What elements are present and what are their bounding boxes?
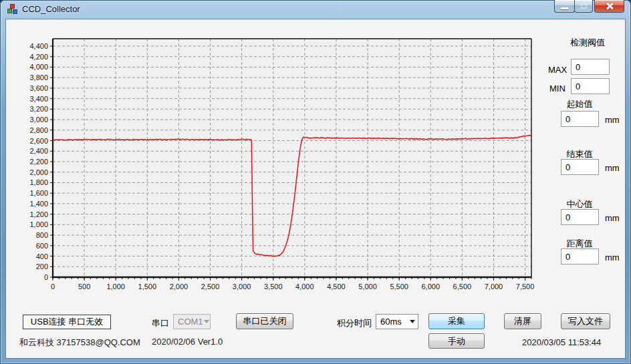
- maximize-icon: [581, 3, 587, 9]
- write-file-button[interactable]: 写入文件: [561, 313, 610, 329]
- svg-text:6,500: 6,500: [453, 283, 472, 291]
- window-title: CCD_Collector: [22, 4, 80, 14]
- serial-toggle-button[interactable]: 串口已关闭: [236, 313, 293, 329]
- svg-text:0: 0: [44, 273, 48, 281]
- svg-text:5,000: 5,000: [358, 283, 377, 291]
- svg-text:3,000: 3,000: [233, 283, 251, 291]
- manual-button[interactable]: 手动: [428, 333, 485, 349]
- integration-time-select[interactable]: 60ms: [376, 314, 418, 329]
- svg-text:1,000: 1,000: [29, 220, 48, 228]
- svg-text:2,500: 2,500: [201, 283, 220, 291]
- start-value-unit: mm: [605, 115, 620, 125]
- app-icon: [7, 4, 18, 15]
- center-value-unit: mm: [605, 213, 620, 223]
- ccd-chart: 05001,0001,5002,0002,5003,0003,5004,0004…: [6, 19, 549, 313]
- svg-text:1,400: 1,400: [29, 200, 48, 208]
- svg-text:2,400: 2,400: [29, 147, 48, 155]
- svg-text:0: 0: [51, 283, 55, 291]
- svg-text:400: 400: [36, 252, 48, 260]
- svg-text:3,000: 3,000: [29, 116, 48, 124]
- svg-text:4,000: 4,000: [29, 63, 48, 71]
- plot-area: [53, 39, 531, 277]
- client-area: 05001,0001,5002,0002,5003,0003,5004,0004…: [5, 19, 626, 359]
- app-window: CCD_Collector 05001,0001,5002,0002,5003,…: [0, 0, 631, 364]
- end-value-unit: mm: [605, 163, 620, 173]
- svg-text:2,600: 2,600: [29, 137, 48, 145]
- svg-text:500: 500: [78, 283, 90, 291]
- svg-text:600: 600: [36, 242, 48, 250]
- svg-text:3,500: 3,500: [264, 283, 283, 291]
- clear-screen-button[interactable]: 清屏: [504, 313, 541, 329]
- threshold-title: 检测阀值: [554, 37, 621, 49]
- serial-port-label: 串口: [152, 317, 169, 329]
- distance-value-unit: mm: [605, 252, 620, 262]
- svg-text:2,000: 2,000: [170, 283, 188, 291]
- title-bar[interactable]: CCD_Collector: [0, 0, 631, 19]
- svg-text:1,800: 1,800: [29, 178, 48, 186]
- integration-time-label: 积分时间: [337, 317, 372, 329]
- svg-text:2,800: 2,800: [29, 126, 48, 134]
- start-value-input[interactable]: [561, 111, 599, 127]
- collect-button[interactable]: 采集: [428, 313, 485, 329]
- chevron-down-icon: [407, 315, 418, 329]
- y-axis: 02004006008001,0001,2001,4001,6001,8002,…: [29, 42, 53, 281]
- chevron-down-icon: [203, 315, 210, 329]
- svg-text:3,200: 3,200: [29, 105, 48, 113]
- svg-text:6,000: 6,000: [421, 283, 440, 291]
- svg-text:5,500: 5,500: [390, 283, 408, 291]
- clock-label: 2020/03/05 11:53:44: [522, 337, 601, 347]
- svg-text:2,200: 2,200: [29, 158, 48, 166]
- minimize-button[interactable]: [554, 0, 575, 13]
- svg-text:4,200: 4,200: [29, 53, 48, 61]
- center-value-input[interactable]: [561, 209, 599, 225]
- start-value-label: 起始值: [553, 98, 606, 110]
- close-icon: [606, 2, 614, 10]
- svg-text:4,400: 4,400: [29, 42, 48, 50]
- svg-text:2,000: 2,000: [29, 168, 48, 176]
- minimize-icon: [561, 7, 568, 9]
- usb-status-box[interactable]: USB连接 串口无效: [23, 315, 111, 329]
- svg-text:3,400: 3,400: [29, 95, 48, 103]
- svg-text:7,000: 7,000: [485, 283, 503, 291]
- svg-text:1,000: 1,000: [106, 283, 125, 291]
- end-value-input[interactable]: [561, 159, 599, 175]
- svg-text:4,500: 4,500: [327, 283, 346, 291]
- svg-text:1,500: 1,500: [138, 283, 157, 291]
- svg-text:200: 200: [36, 262, 48, 270]
- serial-port-select: COM1: [173, 314, 211, 329]
- min-input[interactable]: [571, 78, 610, 94]
- max-label: MAX: [548, 65, 567, 75]
- svg-text:4,000: 4,000: [295, 283, 314, 291]
- svg-text:3,600: 3,600: [29, 84, 48, 92]
- svg-text:1,200: 1,200: [29, 210, 48, 218]
- version-info: 2020/02/06 Ver1.0: [152, 337, 223, 347]
- max-input[interactable]: [571, 59, 610, 75]
- maximize-button: [574, 0, 593, 13]
- ccd-chart-svg: 05001,0001,5002,0002,5003,0003,5004,0004…: [6, 19, 549, 313]
- svg-text:800: 800: [36, 231, 48, 239]
- min-label: MIN: [549, 83, 565, 94]
- x-axis: 05001,0001,5002,0002,5003,0003,5004,0004…: [51, 277, 534, 291]
- distance-value-input[interactable]: [561, 248, 599, 264]
- close-button[interactable]: [594, 0, 624, 13]
- svg-text:1,600: 1,600: [29, 189, 48, 197]
- svg-text:3,800: 3,800: [29, 73, 48, 81]
- svg-text:7,500: 7,500: [516, 283, 535, 291]
- vendor-info: 和云科技 37157538@QQ.COM: [19, 337, 140, 349]
